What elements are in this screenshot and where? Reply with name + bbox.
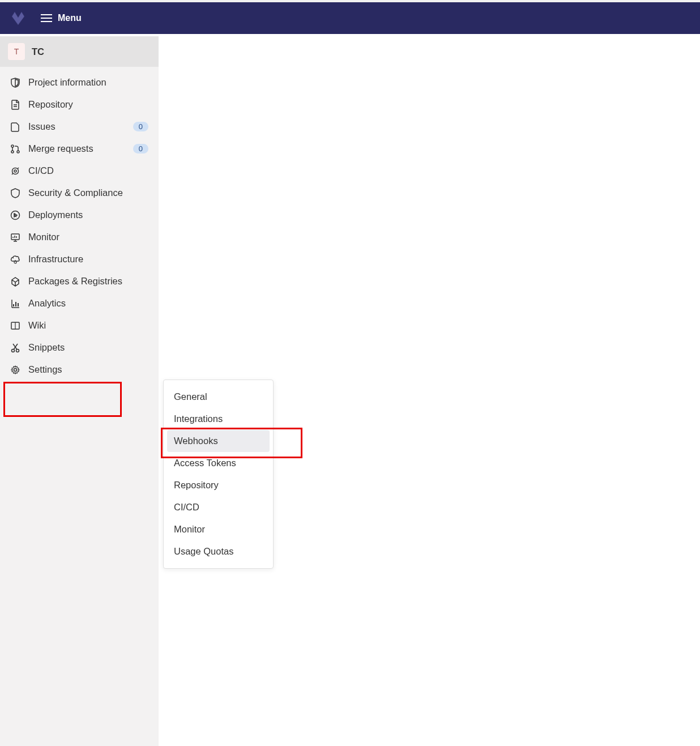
sidebar-item-label: Security & Compliance [28,187,148,198]
sidebar-item-label: Monitor [28,232,148,242]
topbar: Menu [0,2,700,34]
submenu-item-repository[interactable]: Repository [167,474,270,496]
project-header[interactable]: T TC [0,36,159,67]
sidebar-item-merge-requests[interactable]: Merge requests 0 [5,138,154,160]
wiki-icon [10,321,20,331]
sidebar-item-project-information[interactable]: Project information [5,71,154,93]
sidebar-item-cicd[interactable]: CI/CD [5,160,154,182]
submenu-item-integrations[interactable]: Integrations [167,408,270,430]
submenu-item-monitor[interactable]: Monitor [167,518,270,540]
svg-rect-10 [11,234,19,240]
sidebar-item-label: Settings [28,364,148,375]
project-avatar: T [8,43,25,60]
submenu-item-usage-quotas[interactable]: Usage Quotas [167,540,270,562]
svg-point-6 [11,151,14,153]
deployments-icon [10,210,20,220]
packages-icon [10,276,20,287]
sidebar-item-label: Issues [28,121,125,132]
sidebar-item-issues[interactable]: Issues 0 [5,116,154,138]
menu-label: Menu [58,13,82,23]
sidebar-item-deployments[interactable]: Deployments [5,204,154,226]
sidebar-item-analytics[interactable]: Analytics [5,292,154,314]
svg-line-27 [14,344,18,349]
merge-requests-badge: 0 [133,144,148,154]
cicd-icon [10,166,20,176]
sidebar-item-label: Infrastructure [28,254,148,265]
sidebar-item-settings[interactable]: Settings [5,359,154,381]
security-icon [10,188,20,198]
merge-requests-icon [10,144,20,154]
issues-badge: 0 [133,122,148,131]
svg-point-5 [11,145,14,147]
submenu-item-access-tokens[interactable]: Access Tokens [167,452,270,474]
sidebar-item-security[interactable]: Security & Compliance [5,182,154,204]
sidebar-item-label: Merge requests [28,143,125,154]
sidebar-item-label: Analytics [28,298,148,309]
gitlab-logo-icon[interactable] [10,10,26,26]
sidebar-item-wiki[interactable]: Wiki [5,314,154,336]
project-info-icon [10,78,20,88]
sidebar-item-repository[interactable]: Repository [5,93,154,116]
snippets-icon [10,343,20,353]
sidebar-item-packages[interactable]: Packages & Registries [5,270,154,292]
issues-icon [10,122,20,132]
svg-point-25 [12,349,15,352]
sidebar-item-snippets[interactable]: Snippets [5,336,154,359]
menu-button[interactable]: Menu [41,13,82,23]
infrastructure-icon [10,254,20,265]
svg-point-26 [16,349,19,352]
sidebar-item-label: Deployments [28,210,148,220]
svg-point-29 [14,368,17,371]
sidebar-item-label: Packages & Registries [28,276,148,287]
settings-icon [10,365,20,375]
submenu-item-cicd[interactable]: CI/CD [167,496,270,518]
svg-point-7 [17,151,19,153]
monitor-icon [10,232,20,242]
svg-line-28 [13,344,17,349]
sidebar-item-infrastructure[interactable]: Infrastructure [5,248,154,270]
submenu-item-webhooks[interactable]: Webhooks [167,430,270,452]
sidebar-items: Project information Repository Issues 0 … [0,67,159,385]
settings-submenu: General Integrations Webhooks Access Tok… [163,380,274,569]
submenu-item-general[interactable]: General [167,386,270,408]
repository-icon [10,100,20,110]
sidebar-item-label: Project information [28,77,148,88]
analytics-icon [10,299,20,309]
sidebar-item-label: Repository [28,99,148,110]
hamburger-icon [41,14,52,23]
sidebar-item-label: CI/CD [28,165,148,176]
sidebar: T TC Project information Repository Issu… [0,36,159,746]
svg-point-8 [14,170,16,172]
sidebar-item-label: Snippets [28,342,148,353]
sidebar-item-monitor[interactable]: Monitor [5,226,154,248]
sidebar-item-label: Wiki [28,320,148,331]
project-name: TC [32,46,44,57]
